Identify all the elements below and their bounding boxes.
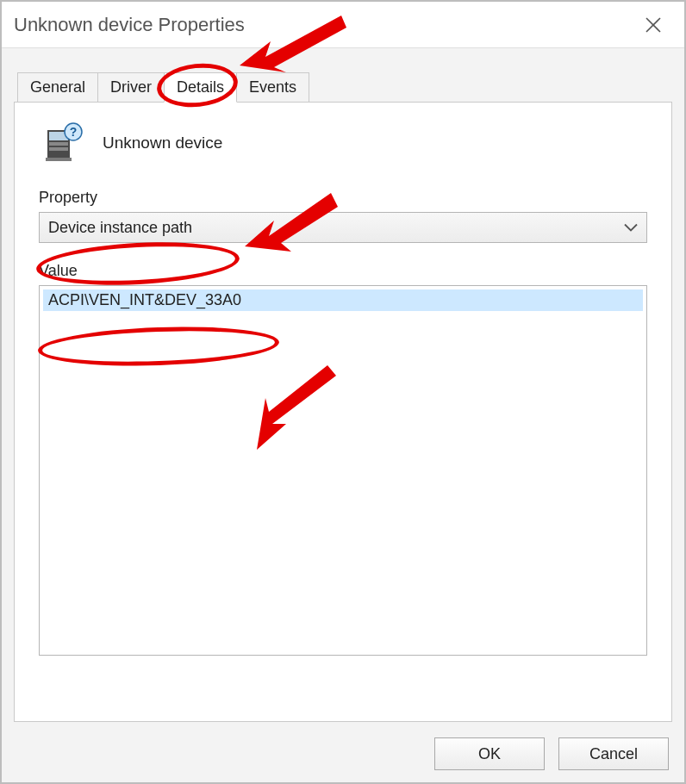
chevron-down-icon bbox=[624, 219, 638, 237]
svg-rect-4 bbox=[49, 142, 68, 146]
cancel-button[interactable]: Cancel bbox=[558, 737, 669, 770]
value-label: Value bbox=[39, 262, 647, 280]
details-panel: ? Unknown device Property Device instanc… bbox=[14, 102, 672, 722]
tab-events[interactable]: Events bbox=[236, 72, 309, 102]
dialog-footer: OK Cancel bbox=[434, 737, 669, 770]
svg-rect-6 bbox=[46, 158, 72, 161]
device-icon: ? bbox=[44, 121, 84, 165]
svg-rect-5 bbox=[49, 147, 68, 151]
property-dropdown[interactable]: Device instance path bbox=[39, 212, 647, 243]
tab-area: General Driver Details Events ? bbox=[2, 72, 684, 722]
property-label: Property bbox=[39, 189, 647, 207]
value-listbox[interactable]: ACPI\VEN_INT&DEV_33A0 bbox=[39, 285, 647, 656]
tab-strip: General Driver Details Events bbox=[2, 72, 684, 102]
close-icon bbox=[645, 16, 662, 34]
close-button[interactable] bbox=[636, 8, 670, 42]
tab-general[interactable]: General bbox=[17, 72, 98, 102]
device-name: Unknown device bbox=[103, 134, 222, 152]
property-dropdown-value: Device instance path bbox=[48, 219, 192, 237]
device-header: ? Unknown device bbox=[44, 121, 647, 165]
tab-driver[interactable]: Driver bbox=[97, 72, 165, 102]
titlebar: Unknown device Properties bbox=[2, 2, 684, 48]
ok-button[interactable]: OK bbox=[434, 737, 545, 770]
svg-text:?: ? bbox=[70, 125, 78, 139]
value-row[interactable]: ACPI\VEN_INT&DEV_33A0 bbox=[43, 289, 643, 311]
window-title: Unknown device Properties bbox=[14, 14, 636, 36]
properties-dialog: Unknown device Properties General Driver… bbox=[0, 0, 686, 784]
tab-details[interactable]: Details bbox=[164, 72, 237, 103]
